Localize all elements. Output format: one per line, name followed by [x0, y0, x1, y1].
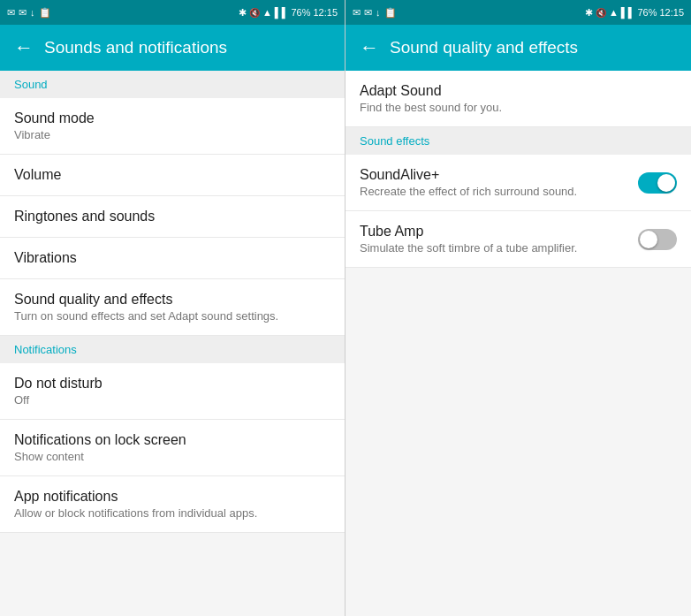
volume-title: Volume [14, 167, 330, 183]
signal-icon: ▌▌ [275, 7, 289, 18]
right-status-bar-left: ✉ ✉ ↓ 📋 [353, 7, 397, 19]
sound-effects-header: Sound effects [346, 127, 691, 155]
do-not-disturb-item[interactable]: Do not disturb Off [0, 363, 345, 420]
soundalive-toggle-knob [657, 174, 675, 192]
sound-mode-title: Sound mode [14, 110, 330, 126]
right-clipboard-icon: 📋 [384, 7, 397, 19]
do-not-disturb-title: Do not disturb [14, 376, 330, 392]
sound-quality-item[interactable]: Sound quality and effects Turn on sound … [0, 279, 345, 336]
lock-screen-notif-subtitle: Show content [14, 450, 330, 463]
adapt-sound-item[interactable]: Adapt Sound Find the best sound for you. [346, 71, 691, 127]
right-wifi-icon: ▲ [609, 7, 619, 18]
sound-quality-subtitle: Turn on sound effects and set Adapt soun… [14, 309, 330, 323]
msg-icon: ✉ [19, 7, 27, 19]
right-msg-icon: ✉ [364, 7, 372, 19]
status-bar-right-info: ✱ 🔇 ▲ ▌▌ 76% 12:15 [239, 7, 338, 19]
soundalive-text: SoundAlive+ Recreate the effect of rich … [360, 167, 638, 198]
bluetooth-icon: ✱ [239, 7, 247, 19]
tube-amp-text: Tube Amp Simulate the soft timbre of a t… [360, 224, 638, 255]
do-not-disturb-subtitle: Off [14, 393, 330, 407]
lock-screen-notif-title: Notifications on lock screen [14, 432, 330, 448]
ringtones-item[interactable]: Ringtones and sounds [0, 196, 345, 238]
right-status-bar: ✉ ✉ ↓ 📋 ✱ 🔇 ▲ ▌▌ 76% 12:15 [346, 0, 691, 25]
status-bar-left-icons: ✉ ✉ ↓ 📋 [7, 7, 51, 19]
right-download-icon: ↓ [376, 7, 381, 18]
right-time: 12:15 [659, 7, 684, 18]
tube-amp-title: Tube Amp [360, 224, 638, 240]
vibrations-title: Vibrations [14, 250, 330, 266]
app-notif-subtitle: Allow or block notifications from indivi… [14, 506, 330, 520]
tube-amp-toggle-knob [640, 231, 657, 248]
app-notif-item[interactable]: App notifications Allow or block notific… [0, 476, 345, 533]
mute-icon: 🔇 [249, 8, 260, 18]
right-bluetooth-icon: ✱ [585, 7, 593, 19]
soundalive-toggle[interactable] [638, 172, 677, 194]
right-app-bar-title: Sound quality and effects [390, 38, 578, 57]
right-back-button[interactable]: ← [360, 36, 379, 59]
tube-amp-subtitle: Simulate the soft timbre of a tube ampli… [360, 241, 638, 255]
right-settings-list: Adapt Sound Find the best sound for you.… [346, 71, 691, 616]
soundalive-subtitle: Recreate the effect of rich surround sou… [360, 185, 638, 198]
right-app-bar: ← Sound quality and effects [346, 25, 691, 71]
left-settings-list: Sound Sound mode Vibrate Volume Ringtone… [0, 71, 345, 616]
mail-icon: ✉ [7, 7, 15, 19]
sound-mode-subtitle: Vibrate [14, 128, 330, 141]
left-app-bar: ← Sounds and notifications [0, 25, 345, 71]
left-back-button[interactable]: ← [14, 36, 34, 59]
left-status-bar: ✉ ✉ ↓ 📋 ✱ 🔇 ▲ ▌▌ 76% 12:15 [0, 0, 345, 25]
adapt-sound-subtitle: Find the best sound for you. [360, 101, 677, 114]
ringtones-title: Ringtones and sounds [14, 209, 330, 224]
sound-section-header: Sound [0, 71, 345, 98]
lock-screen-notif-item[interactable]: Notifications on lock screen Show conten… [0, 420, 345, 476]
download-icon: ↓ [30, 7, 35, 18]
sound-mode-item[interactable]: Sound mode Vibrate [0, 98, 345, 155]
soundalive-title: SoundAlive+ [360, 167, 638, 183]
adapt-sound-title: Adapt Sound [360, 83, 677, 99]
right-battery-text: 76% [637, 7, 657, 18]
tube-amp-toggle[interactable] [638, 229, 677, 250]
notifications-section-header: Notifications [0, 336, 345, 363]
wifi-icon: ▲ [262, 7, 272, 18]
tube-amp-item[interactable]: Tube Amp Simulate the soft timbre of a t… [346, 211, 691, 268]
sound-quality-title: Sound quality and effects [14, 292, 330, 308]
right-status-bar-right: ✱ 🔇 ▲ ▌▌ 76% 12:15 [585, 7, 684, 19]
left-app-bar-title: Sounds and notifications [44, 38, 227, 57]
volume-item[interactable]: Volume [0, 155, 345, 196]
vibrations-item[interactable]: Vibrations [0, 238, 345, 279]
soundalive-row: SoundAlive+ Recreate the effect of rich … [360, 167, 677, 198]
tube-amp-row: Tube Amp Simulate the soft timbre of a t… [360, 224, 677, 255]
right-mail-icon: ✉ [353, 7, 361, 19]
app-notif-title: App notifications [14, 489, 330, 505]
left-panel: ✉ ✉ ↓ 📋 ✱ 🔇 ▲ ▌▌ 76% 12:15 ← Sounds and … [0, 0, 346, 616]
right-signal-icon: ▌▌ [621, 7, 635, 18]
right-panel: ✉ ✉ ↓ 📋 ✱ 🔇 ▲ ▌▌ 76% 12:15 ← Sound quali… [346, 0, 691, 616]
clipboard-icon: 📋 [39, 7, 51, 19]
battery-text: 76% [291, 7, 310, 18]
right-mute-icon: 🔇 [596, 8, 606, 18]
time-left: 12:15 [313, 7, 338, 18]
soundalive-item[interactable]: SoundAlive+ Recreate the effect of rich … [346, 155, 691, 211]
